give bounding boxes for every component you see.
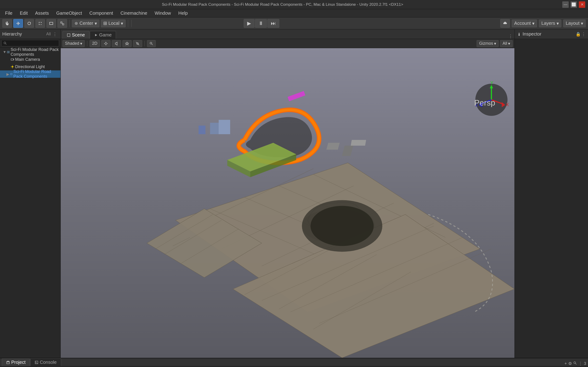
menu-edit[interactable]: Edit xyxy=(17,10,31,17)
minimize-button[interactable]: — xyxy=(562,1,569,8)
inspector-lock-button[interactable]: 🔒 xyxy=(576,32,581,37)
svg-point-24 xyxy=(105,43,107,44)
hierarchy-item-root[interactable]: ▼ Sci-Fi Modular Road Pack Components xyxy=(0,48,61,56)
transform-tool-button[interactable] xyxy=(57,19,67,28)
chevron-gizmos: ▾ xyxy=(494,41,496,46)
menu-cinemachine[interactable]: Cinemachine xyxy=(117,10,150,17)
svg-rect-79 xyxy=(519,34,519,36)
scene-viewport[interactable]: Y X Z Persp xyxy=(61,48,515,358)
move-tool-button[interactable] xyxy=(13,19,23,28)
title-text: Sci-Fi Modular Road Pack Components - Sc… xyxy=(3,2,562,7)
chevron-down-icon-2: ▾ xyxy=(121,21,123,26)
layers-dropdown[interactable]: Layers ▾ xyxy=(539,19,561,27)
rotate-tool-button[interactable] xyxy=(24,19,34,28)
2d-button[interactable]: 2D xyxy=(90,40,100,47)
hierarchy-search[interactable] xyxy=(1,40,59,46)
menu-file[interactable]: File xyxy=(2,10,16,17)
menu-assets[interactable]: Assets xyxy=(32,10,52,17)
svg-point-13 xyxy=(8,52,9,52)
maximize-button[interactable]: ⬜ xyxy=(571,1,577,8)
svg-point-83 xyxy=(574,362,576,364)
svg-marker-23 xyxy=(95,34,97,36)
scene-view-icon xyxy=(67,33,70,37)
hierarchy-item-selected[interactable]: ▶ Sci-Fi Modular Road Pack Components xyxy=(0,70,61,78)
title-bar: Sci-Fi Modular Road Pack Components - Sc… xyxy=(0,0,588,9)
camera-icon xyxy=(10,58,14,61)
audio-icon xyxy=(114,42,119,46)
effects-icon xyxy=(125,42,129,46)
scene-audio-button[interactable] xyxy=(112,40,121,47)
sep xyxy=(87,41,87,46)
expand-arrow-selected: ▶ xyxy=(6,72,9,76)
tab-game[interactable]: Game xyxy=(90,31,116,39)
svg-rect-21 xyxy=(10,73,12,75)
hierarchy-lock-button[interactable]: ⋮ xyxy=(52,31,58,37)
gizmos-dropdown[interactable]: Gizmos ▾ xyxy=(477,40,499,47)
svg-rect-60 xyxy=(219,120,230,134)
svg-rect-61 xyxy=(199,126,206,134)
space-dropdown[interactable]: Local ▾ xyxy=(101,19,126,27)
persp-label: Persp xyxy=(474,98,495,107)
hierarchy-list: ▼ Sci-Fi Modular Road Pack Components ▶ … xyxy=(0,48,61,358)
inspector-header: Inspector 🔒 ⋮ xyxy=(515,29,588,39)
console-icon xyxy=(35,361,38,364)
menu-help[interactable]: Help xyxy=(175,10,191,17)
scale-tool-button[interactable] xyxy=(35,19,45,28)
sep2 xyxy=(145,41,145,46)
gizmos-all-dropdown[interactable]: All ▾ xyxy=(500,40,513,47)
close-button[interactable]: ✕ xyxy=(579,1,585,8)
svg-line-11 xyxy=(6,44,6,44)
tab-scene[interactable]: Scene xyxy=(62,31,89,39)
lighting-icon xyxy=(104,42,108,46)
scene-lighting-button[interactable] xyxy=(101,40,111,47)
menu-gameobject[interactable]: GameObject xyxy=(53,10,85,17)
svg-point-6 xyxy=(76,23,77,24)
menu-component[interactable]: Component xyxy=(86,10,116,17)
pivot-dropdown[interactable]: Center ▾ xyxy=(72,19,99,27)
layout-dropdown[interactable]: Layout ▾ xyxy=(563,19,586,27)
search-project-icon xyxy=(573,361,577,365)
tab-project[interactable]: Project xyxy=(2,358,30,366)
hierarchy-all-label: All xyxy=(46,32,51,36)
pause-button[interactable]: ⏸ xyxy=(255,19,267,28)
rect-tool-button[interactable] xyxy=(46,19,56,28)
toolbar-right: Account ▾ Layers ▾ Layout ▾ xyxy=(500,19,586,28)
main-layout: Hierarchy All ⋮ ▼ Sci-Fi Modular Road Pa… xyxy=(0,29,588,358)
bottom-area: Project Console + ⚙ ⋮ 3 + ▾ ▼ xyxy=(0,358,588,367)
search-icon xyxy=(3,42,7,45)
scene-hidden-button[interactable] xyxy=(133,40,142,47)
light-icon xyxy=(10,65,14,69)
scene-search-button[interactable] xyxy=(147,40,156,47)
tab-console[interactable]: Console xyxy=(30,358,61,366)
step-button[interactable]: ⏭ xyxy=(267,19,279,28)
inspector-icon xyxy=(517,32,521,36)
account-dropdown[interactable]: Account ▾ xyxy=(512,19,537,27)
project-settings-button[interactable]: ⚙ xyxy=(568,361,572,366)
center-area: Scene Game ⋮ Shaded ▾ 2D xyxy=(61,29,515,358)
gameobject-icon xyxy=(10,72,12,76)
collab-button[interactable] xyxy=(500,19,510,28)
shaded-dropdown[interactable]: Shaded ▾ xyxy=(62,40,85,47)
play-button[interactable]: ▶ xyxy=(244,19,254,28)
project-add-button[interactable]: + xyxy=(564,361,567,366)
scene-lock-button[interactable]: ⋮ xyxy=(509,34,513,39)
inspector-menu-button[interactable]: ⋮ xyxy=(582,32,586,37)
menu-window[interactable]: Window xyxy=(151,10,174,17)
inspector-content xyxy=(515,39,588,358)
project-menu-button[interactable]: ⋮ xyxy=(578,361,582,366)
svg-rect-67 xyxy=(351,140,366,146)
scene-effects-button[interactable] xyxy=(122,40,132,47)
svg-rect-2 xyxy=(61,22,62,23)
hand-tool-button[interactable] xyxy=(2,19,12,28)
inspector-panel: Inspector 🔒 ⋮ xyxy=(515,29,588,358)
chevron-all: ▾ xyxy=(508,41,510,46)
svg-rect-14 xyxy=(11,59,13,60)
expand-arrow-light: ▶ xyxy=(6,65,10,69)
svg-line-30 xyxy=(136,42,139,45)
svg-point-31 xyxy=(150,42,152,44)
scene-canvas: Y X Z Persp xyxy=(61,48,515,358)
scene-icon xyxy=(7,50,10,54)
toolbar: Center ▾ Local ▾ ▶ ⏸ ⏭ Account ▾ Layers … xyxy=(0,17,588,29)
hierarchy-panel: Hierarchy All ⋮ ▼ Sci-Fi Modular Road Pa… xyxy=(0,29,61,358)
project-search-button[interactable] xyxy=(573,361,577,366)
